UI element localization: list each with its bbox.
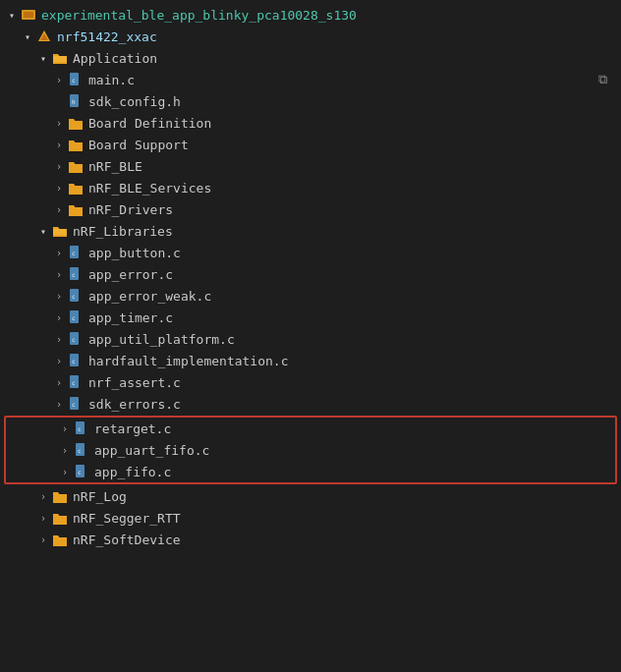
item-label: hardfault_implementation.c <box>88 354 613 368</box>
tree-item-app-timer-c[interactable]: › c app_timer.c <box>0 307 621 328</box>
tree-item-nrf-ble-services[interactable]: › nRF_BLE_Services <box>0 177 621 198</box>
chevron-right-icon-log: › <box>35 488 51 504</box>
svg-text:c: c <box>78 425 82 432</box>
chevron-right-icon: › <box>51 72 67 87</box>
file-icon-8: c <box>67 373 85 391</box>
chevron-right-icon-ae: › <box>51 266 67 282</box>
chevron-right-icon-bles: › <box>51 180 67 196</box>
file-icon-10: c <box>73 420 90 437</box>
item-label: nRF_SoftDevice <box>73 532 613 547</box>
tree-item-nrf-drivers[interactable]: › nRF_Drivers <box>0 198 621 220</box>
item-label: nrf_assert.c <box>88 375 613 390</box>
file-icon-9: c <box>67 395 85 413</box>
item-label: app_error.c <box>88 267 613 282</box>
item-label: Board Support <box>88 138 613 152</box>
svg-text:c: c <box>72 271 76 278</box>
chevron-right-icon-ble: › <box>51 158 67 174</box>
folder-open-icon-2 <box>51 222 69 240</box>
item-label: app_uart_fifo.c <box>94 443 607 458</box>
tree-item-app-error-c[interactable]: › c app_error.c <box>0 263 621 285</box>
tree-item-nrf-segger-rtt[interactable]: › nRF_Segger_RTT <box>0 507 621 529</box>
svg-text:h: h <box>72 98 76 105</box>
item-label: nRF_Libraries <box>73 224 613 239</box>
tree-item-retarget-c[interactable]: › c retarget.c <box>6 418 615 439</box>
tree-target-item[interactable]: ▾ nrf51422_xxac <box>0 26 621 47</box>
chevron-right-icon-at: › <box>51 309 67 325</box>
item-label: sdk_config.h <box>88 94 613 109</box>
svg-text:c: c <box>72 336 76 343</box>
item-label: nRF_BLE_Services <box>88 181 613 196</box>
folder-closed-icon-5 <box>67 200 85 218</box>
folder-closed-icon <box>67 114 85 132</box>
folder-open-icon <box>51 49 69 67</box>
item-label: app_button.c <box>88 246 613 260</box>
svg-rect-1 <box>24 12 33 18</box>
tree-item-app-util-platform-c[interactable]: › c app_util_platform.c <box>0 328 621 350</box>
tree-item-nrf-ble[interactable]: › nRF_BLE <box>0 155 621 177</box>
tree-item-nrf-log[interactable]: › nRF_Log <box>0 485 621 507</box>
chevron-down-icon-2: ▾ <box>20 28 35 44</box>
chevron-right-icon-na: › <box>51 374 67 390</box>
tree-item-nrf-assert-c[interactable]: › c nrf_assert.c <box>0 371 621 393</box>
tree-item-app-uart-fifo-c[interactable]: › c app_uart_fifo.c <box>6 439 615 461</box>
folder-closed-icon-3 <box>67 157 85 175</box>
folder-closed-icon-7 <box>51 509 69 527</box>
chevron-right-icon-se: › <box>51 396 67 412</box>
item-label: main.c <box>88 73 598 87</box>
tree-item-app-fifo-c[interactable]: › c app_fifo.c <box>6 461 615 482</box>
item-label: nRF_BLE <box>88 159 613 174</box>
chevron-right-icon-aew: › <box>51 288 67 304</box>
svg-text:c: c <box>78 447 82 454</box>
target-label: nrf51422_xxac <box>57 29 613 44</box>
folder-closed-icon-6 <box>51 487 69 505</box>
folder-closed-icon-4 <box>67 179 85 196</box>
item-label: sdk_errors.c <box>88 397 613 412</box>
file-icon: c <box>67 71 85 88</box>
tree-item-main-c[interactable]: › c main.c ⧉ <box>0 69 621 90</box>
tree-item-nrf-libraries[interactable]: ▾ nRF_Libraries <box>0 220 621 242</box>
chevron-right-icon-rt: › <box>57 420 73 436</box>
item-label: nRF_Log <box>73 489 613 504</box>
tree-item-sdk-errors-c[interactable]: › c sdk_errors.c <box>0 393 621 415</box>
tree-item-board-definition[interactable]: › Board Definition <box>0 112 621 134</box>
chevron-right-icon-drv: › <box>51 201 67 217</box>
file-icon-4: c <box>67 287 85 305</box>
item-label: app_timer.c <box>88 310 613 325</box>
svg-text:c: c <box>78 469 82 476</box>
chevron-right-icon-sd: › <box>35 532 51 547</box>
chevron-right-icon-af: › <box>57 464 73 479</box>
chevron-down-icon: ▾ <box>4 7 20 23</box>
tree-item-board-support[interactable]: › Board Support <box>0 134 621 155</box>
chevron-right-icon-hf: › <box>51 353 67 368</box>
project-icon <box>20 6 37 24</box>
highlighted-group: › c retarget.c › c app_uart_fifo.c <box>4 416 617 484</box>
item-label: app_util_platform.c <box>88 332 613 347</box>
file-icon-11: c <box>73 441 90 459</box>
file-icon-3: c <box>67 265 85 283</box>
file-icon-2: c <box>67 244 85 261</box>
chevron-down-icon-app: ▾ <box>35 50 51 66</box>
chevron-right-icon-auf: › <box>57 442 73 458</box>
item-label: retarget.c <box>94 421 607 436</box>
file-icon-6: c <box>67 330 85 348</box>
tree-item-hardfault-c[interactable]: › c hardfault_implementation.c <box>0 350 621 371</box>
file-icon-12: c <box>73 463 90 480</box>
tree-item-nrf-softdevice[interactable]: › nRF_SoftDevice <box>0 529 621 550</box>
svg-text:c: c <box>72 314 76 321</box>
tree-item-app-error-weak-c[interactable]: › c app_error_weak.c <box>0 285 621 307</box>
chevron-right-icon-bs: › <box>51 137 67 152</box>
item-label: Application <box>73 51 613 66</box>
tree-item-app-button-c[interactable]: › c app_button.c <box>0 242 621 263</box>
svg-text:c: c <box>72 379 76 386</box>
file-icon-7: c <box>67 352 85 369</box>
chevron-right-icon-srtt: › <box>35 510 51 526</box>
copy-icon: ⧉ <box>598 72 613 87</box>
tree-item-application[interactable]: ▾ Application <box>0 47 621 69</box>
file-tree: ▾ experimental_ble_app_blinky_pca10028_s… <box>0 0 621 554</box>
tree-root-item[interactable]: ▾ experimental_ble_app_blinky_pca10028_s… <box>0 4 621 26</box>
root-label: experimental_ble_app_blinky_pca10028_s13… <box>41 8 613 23</box>
target-icon <box>35 28 53 45</box>
chevron-right-icon-ab: › <box>51 245 67 260</box>
tree-item-sdk-config-h[interactable]: h sdk_config.h <box>0 90 621 112</box>
svg-text:c: c <box>72 358 76 364</box>
